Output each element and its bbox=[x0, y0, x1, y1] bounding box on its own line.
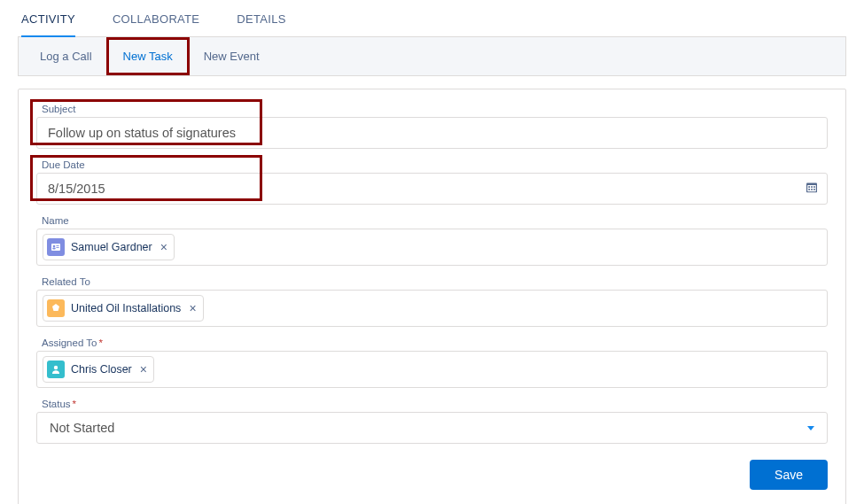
svg-rect-11 bbox=[56, 245, 58, 246]
new-task-form: Subject Due Date bbox=[18, 89, 846, 504]
due-date-input[interactable] bbox=[36, 173, 828, 205]
assigned-to-input[interactable]: Chris Closer × bbox=[36, 351, 828, 388]
activity-container: ACTIVITY COLLABORATE DETAILS Log a Call … bbox=[0, 0, 864, 504]
calendar-icon[interactable] bbox=[806, 182, 817, 196]
name-pill-text: Samuel Gardner bbox=[71, 241, 152, 253]
field-subject: Subject bbox=[36, 104, 828, 149]
svg-point-9 bbox=[53, 245, 56, 248]
name-label: Name bbox=[36, 215, 828, 226]
subtab-new-event[interactable]: New Event bbox=[190, 37, 274, 75]
top-tabs: ACTIVITY COLLABORATE DETAILS bbox=[18, 4, 846, 37]
svg-rect-6 bbox=[811, 189, 813, 190]
opportunity-icon bbox=[47, 299, 65, 317]
svg-rect-4 bbox=[813, 186, 815, 188]
related-to-input[interactable]: United Oil Installations × bbox=[36, 290, 828, 327]
tab-details[interactable]: DETAILS bbox=[237, 4, 285, 36]
status-label: Status* bbox=[36, 399, 828, 409]
contact-icon bbox=[47, 238, 65, 256]
user-icon bbox=[47, 361, 65, 378]
assigned-to-pill: Chris Closer × bbox=[43, 356, 154, 383]
status-value: Not Started bbox=[50, 421, 114, 435]
required-indicator: * bbox=[98, 337, 102, 348]
status-select[interactable]: Not Started bbox=[36, 412, 828, 444]
activity-subtabs: Log a Call New Task New Event bbox=[18, 37, 846, 76]
subtab-new-task[interactable]: New Task bbox=[106, 37, 190, 75]
form-actions: Save bbox=[36, 460, 828, 490]
tab-collaborate[interactable]: COLLABORATE bbox=[113, 4, 199, 36]
svg-rect-5 bbox=[808, 189, 810, 190]
related-to-pill-text: United Oil Installations bbox=[71, 302, 181, 314]
field-related-to: Related To United Oil Installations × bbox=[36, 276, 828, 327]
svg-point-13 bbox=[54, 366, 58, 369]
required-indicator: * bbox=[73, 399, 76, 409]
due-date-label: Due Date bbox=[36, 159, 828, 170]
assigned-to-pill-remove[interactable]: × bbox=[140, 363, 147, 376]
assigned-to-label: Assigned To* bbox=[36, 337, 828, 348]
name-input[interactable]: Samuel Gardner × bbox=[36, 229, 828, 266]
field-status: Status* Not Started bbox=[36, 399, 828, 444]
related-to-pill-remove[interactable]: × bbox=[189, 302, 196, 314]
svg-rect-3 bbox=[811, 186, 813, 188]
related-to-label: Related To bbox=[36, 276, 828, 287]
save-button[interactable]: Save bbox=[750, 460, 828, 490]
svg-rect-7 bbox=[813, 189, 815, 190]
subject-input[interactable] bbox=[36, 117, 828, 149]
svg-rect-2 bbox=[808, 186, 810, 188]
field-name: Name Samuel Gardner × bbox=[36, 215, 828, 266]
chevron-down-icon bbox=[807, 426, 814, 430]
svg-rect-10 bbox=[52, 248, 55, 250]
svg-rect-1 bbox=[807, 185, 816, 191]
field-due-date: Due Date bbox=[36, 159, 828, 205]
related-to-pill: United Oil Installations × bbox=[43, 295, 204, 322]
tab-activity[interactable]: ACTIVITY bbox=[21, 4, 75, 36]
field-assigned-to: Assigned To* Chris Closer × bbox=[36, 337, 828, 388]
subtab-log-a-call[interactable]: Log a Call bbox=[26, 37, 106, 75]
name-pill-remove[interactable]: × bbox=[160, 241, 167, 253]
name-pill: Samuel Gardner × bbox=[43, 234, 175, 260]
svg-rect-12 bbox=[56, 247, 58, 248]
assigned-to-pill-text: Chris Closer bbox=[71, 363, 132, 376]
subject-label: Subject bbox=[36, 104, 828, 114]
